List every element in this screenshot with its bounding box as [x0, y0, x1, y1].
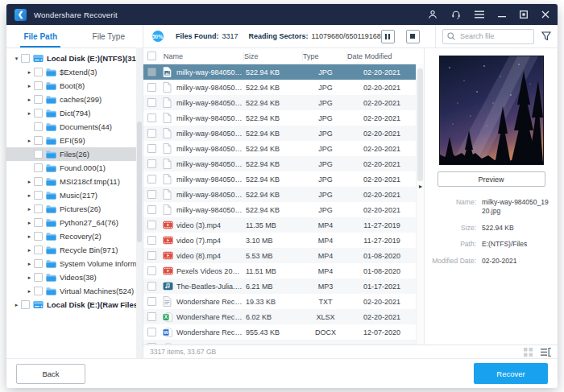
tree-item-recycle-bin-971[interactable]: ▸Recycle Bin(971) [6, 243, 143, 257]
checkbox[interactable] [21, 54, 30, 63]
grid-view-icon[interactable] [524, 348, 533, 357]
checkbox[interactable] [34, 122, 43, 131]
tree-item-pictures-26[interactable]: ▸Pictures(26) [6, 202, 143, 216]
row-checkbox[interactable] [143, 190, 163, 199]
checkbox[interactable] [21, 300, 30, 309]
row-checkbox[interactable] [143, 83, 163, 92]
search-input[interactable] [458, 31, 529, 41]
tree-scrollbar[interactable] [136, 47, 143, 358]
table-row-pexels-videos-2034096-mp4[interactable]: Pexels Videos 2034096.mp411.51 MBMP401-0… [143, 263, 424, 279]
checkbox[interactable] [34, 259, 43, 268]
expand-arrow-icon[interactable]: ▸ [26, 261, 33, 267]
checkbox[interactable] [34, 109, 43, 118]
table-row-milky-way-984050-1920-copy-9-jpg[interactable]: milky-way-984050_1920 - Copy (9).jpg522.… [143, 202, 424, 217]
expand-arrow-icon[interactable]: ▸ [26, 179, 33, 185]
table-row-video-3-mp4[interactable]: video (3).mp411.35 MBMP411-27-2019 [143, 217, 424, 233]
tree-item-local-disk-e-raw-files-163[interactable]: ▸Local Disk (E:)(Raw Files)(163) [6, 298, 143, 312]
row-checkbox[interactable] [143, 251, 163, 260]
tree-item-found-000-1[interactable]: Found.000(1) [6, 161, 143, 175]
expand-arrow-icon[interactable]: ▸ [26, 83, 33, 89]
row-checkbox[interactable] [143, 282, 163, 291]
table-row-wondershare-recoverit-data-recovery[interactable]: WWondershare Recoverit Data Recovery162 … [143, 340, 424, 345]
table-row-milky-way-984050-1920-copy-7-jpg[interactable]: milky-way-984050_1920 - Copy (7).jpg522.… [143, 171, 424, 187]
row-checkbox[interactable] [143, 68, 163, 76]
row-checkbox[interactable] [143, 312, 163, 321]
expand-arrow-icon[interactable]: ▾ [13, 56, 20, 62]
checkbox[interactable] [34, 218, 43, 227]
menu-icon[interactable] [475, 10, 484, 19]
expand-arrow-icon[interactable]: ▸ [26, 274, 33, 281]
tree-item-music-217[interactable]: ▸Music(217) [6, 188, 143, 202]
expand-arrow-icon[interactable]: ▸ [26, 69, 33, 76]
tab-file-path[interactable]: File Path [6, 25, 75, 47]
table-row-wondershare-recoverit-xlsx[interactable]: XWondershare Recoverit.xlsx6.02 KBXLSX02… [143, 309, 424, 324]
expand-arrow-icon[interactable]: ▸ [26, 97, 33, 103]
column-date-modified[interactable]: Date Modified [347, 52, 417, 61]
table-row-milky-way-984050-1920-jpg[interactable]: milky-way-984050_1920.jpg522.94 KBJPG02-… [143, 64, 424, 80]
expand-arrow-icon[interactable]: ▸ [26, 247, 33, 254]
table-row-the-beatles-julia-mp3[interactable]: The-Beatles-Julia.mp36.21 MBMP301-17-202… [143, 279, 424, 294]
expand-arrow-icon[interactable]: ▸ [26, 192, 33, 199]
table-row-milky-way-984050-1920-copy-2-jpg[interactable]: milky-way-984050_1920 - Copy (2).jpg522.… [143, 95, 424, 110]
row-checkbox[interactable] [143, 159, 163, 168]
recover-button[interactable]: Recover [474, 363, 548, 384]
pause-button[interactable] [381, 30, 395, 43]
column-name[interactable]: Name [164, 52, 244, 61]
table-row-milky-way-984050-1920-copy-3-jpg[interactable]: milky-way-984050_1920 - Copy (3).jpg522.… [143, 110, 424, 126]
checkbox[interactable] [34, 136, 43, 145]
checkbox[interactable] [34, 177, 43, 186]
tree-item-virtual-machines-524[interactable]: ▸Virtual Machines(524) [6, 284, 143, 298]
checkbox[interactable] [34, 232, 43, 241]
expand-arrow-icon[interactable]: ▸ [26, 233, 33, 240]
tree-item-efi-59[interactable]: ▸EFI(59) [6, 134, 143, 147]
stop-button[interactable] [406, 30, 420, 43]
checkbox[interactable] [34, 81, 43, 90]
expand-arrow-icon[interactable]: ▸ [26, 220, 33, 226]
checkbox[interactable] [34, 204, 43, 213]
expand-arrow-icon[interactable]: ▸ [26, 288, 33, 295]
table-row-milky-way-984050-1920-copy-6-jpg[interactable]: milky-way-984050_1920 - Copy (6).jpg522.… [143, 156, 424, 171]
filter-icon[interactable] [541, 31, 551, 41]
table-scrollbar[interactable] [416, 64, 424, 345]
row-checkbox[interactable] [143, 328, 163, 336]
checkbox[interactable] [34, 163, 43, 172]
back-button[interactable]: Back [16, 364, 85, 384]
row-checkbox[interactable] [143, 175, 163, 184]
tree-item-msi218cf-tmp-11[interactable]: ▸MSI218cf.tmp(11) [6, 175, 143, 188]
table-row-wondershare-recoverit-data-recovery[interactable]: WWondershare Recoverit Data Recovery ...… [143, 324, 424, 340]
tree-scrollbar-thumb[interactable] [137, 122, 142, 242]
checkbox[interactable] [34, 273, 43, 282]
row-checkbox[interactable] [143, 144, 163, 153]
checkbox[interactable] [34, 246, 43, 254]
expand-arrow-icon[interactable]: ▸ [26, 138, 33, 144]
table-scrollbar-thumb[interactable] [417, 68, 423, 181]
tree-item-files-26[interactable]: Files(26) [6, 147, 143, 161]
row-checkbox[interactable] [143, 205, 163, 214]
tree-item-documents-44[interactable]: Documents(44) [6, 120, 143, 134]
close-icon[interactable] [541, 10, 549, 19]
checkbox[interactable] [34, 287, 43, 295]
tab-file-type[interactable]: File Type [75, 25, 143, 47]
table-row-milky-way-984050-1920-copy-8-jpg[interactable]: milky-way-984050_1920 - Copy (8).jpg522.… [143, 187, 424, 202]
table-row-milky-way-984050-1920-copy-5-jpg[interactable]: milky-way-984050_1920 - Copy (5).jpg522.… [143, 141, 424, 156]
support-icon[interactable] [451, 10, 461, 19]
table-row-wondershare-recoverit-txt[interactable]: Wondershare Recoverit.txt19.33 KBTXT02-2… [143, 294, 424, 309]
tree-item-system-volume-information-50[interactable]: ▸System Volume Information(50) [6, 257, 143, 270]
row-checkbox[interactable] [143, 266, 163, 275]
row-checkbox[interactable] [143, 113, 163, 122]
tree-item-caches-299[interactable]: ▸caches(299) [6, 93, 143, 106]
tree-item-python27-64-76[interactable]: ▸Python27_64(76) [6, 216, 143, 229]
row-checkbox[interactable] [143, 98, 163, 107]
checkbox[interactable] [34, 95, 43, 104]
row-checkbox[interactable] [143, 129, 163, 138]
list-view-icon[interactable] [541, 348, 551, 357]
column-type[interactable]: Type [303, 52, 347, 61]
table-row-milky-way-984050-1920-copy-jpg[interactable]: milky-way-984050_1920 - Copy.jpg522.94 K… [143, 80, 424, 95]
select-all-checkbox[interactable] [143, 52, 164, 61]
user-icon[interactable] [428, 10, 438, 19]
minimize-icon[interactable] [498, 10, 506, 19]
checkbox[interactable] [34, 68, 43, 76]
table-row-milky-way-984050-1920-copy-4-jpg[interactable]: milky-way-984050_1920 - Copy (4).jpg522.… [143, 126, 424, 141]
tree-item-dict-794[interactable]: ▸Dict(794) [6, 106, 143, 120]
panel-collapse-icon[interactable]: ▸ [419, 184, 422, 190]
